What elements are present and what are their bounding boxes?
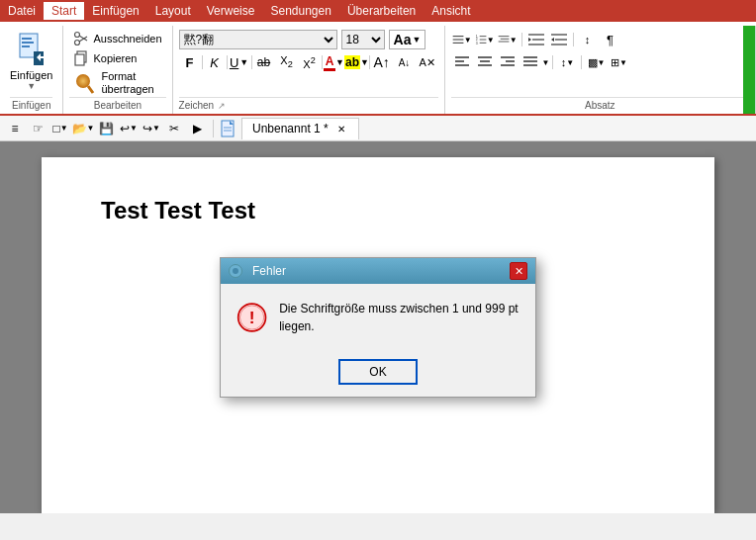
para-mark-button[interactable]: ¶	[600, 30, 621, 49]
dialog-body: ! Die Schriftgröße muss zwischen 1 und 9…	[221, 284, 535, 351]
underline-button[interactable]: U ▼	[229, 52, 250, 72]
dialog-overlay: Fehler ✕ ! Die Schriftgröße muss zwische…	[0, 141, 756, 513]
font-size-dropdown[interactable]: 18	[341, 30, 385, 49]
para-divider	[521, 33, 522, 46]
ok-button[interactable]: OK	[338, 359, 418, 385]
font-size-down-button[interactable]: A↓	[394, 52, 416, 72]
doc-file-icon	[221, 120, 236, 137]
green-bar	[743, 26, 755, 114]
svg-rect-2	[22, 42, 34, 44]
dialog-message: Die Schriftgröße muss zwischen 1 und 999…	[279, 300, 520, 335]
menu-ueberarbeiten[interactable]: Überarbeiten	[339, 2, 424, 20]
italic-button[interactable]: K	[204, 52, 226, 72]
menu-ansicht[interactable]: Ansicht	[424, 2, 478, 20]
menubar: Datei Start Einfügen Layout Verweise Sen…	[0, 0, 756, 22]
borders-button[interactable]: ⊞▼	[608, 52, 629, 72]
new-doc-button[interactable]: □▼	[49, 118, 71, 139]
menu-einfuegen[interactable]: Einfügen	[84, 2, 146, 20]
svg-rect-3	[22, 45, 30, 47]
cursor-button[interactable]: ☞	[27, 118, 48, 139]
einfuegen-button[interactable]: Einfügen ▼	[10, 26, 52, 97]
insert-icon	[16, 32, 47, 67]
highlight-button[interactable]: ab ▼	[346, 52, 368, 72]
font-color-button[interactable]: A ▼	[324, 52, 345, 72]
divider5	[369, 55, 370, 69]
undo-dropdown[interactable]: ↩▼	[118, 118, 140, 139]
menu-datei[interactable]: Datei	[0, 2, 44, 20]
numbered-list-button[interactable]: 1. 2. 3. ▼	[474, 30, 496, 49]
zeichen-expand-icon[interactable]: ↗	[218, 101, 226, 111]
align-left-icon	[454, 55, 470, 69]
format-uebertragen-button[interactable]: Formatübertragen	[69, 69, 165, 97]
menu-sendungen[interactable]: Sendungen	[262, 2, 338, 20]
multilevel-list-button[interactable]: ▼	[497, 30, 519, 49]
redo-dropdown[interactable]: ↪▼	[141, 118, 162, 139]
scissors-icon	[73, 31, 89, 46]
align-left-button[interactable]	[451, 52, 473, 72]
copy-icon	[73, 50, 89, 66]
dialog-titlebar: Fehler ✕	[221, 258, 535, 284]
doc-tab[interactable]: Unbenannt 1 * ✕	[241, 118, 359, 139]
multilevel-icon	[498, 31, 510, 48]
dialog-footer: OK	[221, 351, 535, 397]
save-button[interactable]: 💾	[95, 118, 117, 139]
kopieren-label: Kopieren	[93, 52, 137, 64]
align-right-icon	[500, 55, 516, 69]
menu-verweise[interactable]: Verweise	[199, 2, 263, 20]
kopieren-button[interactable]: Kopieren	[69, 49, 165, 67]
subscript-button[interactable]: X2	[276, 52, 298, 72]
einfuegen-label: Einfügen	[10, 69, 52, 81]
bullets-button[interactable]: ▼	[451, 30, 473, 49]
open-button[interactable]: 📂▼	[72, 118, 94, 139]
svg-text:!: !	[249, 308, 255, 327]
align-center-button[interactable]	[474, 52, 496, 72]
para-divider2	[573, 33, 574, 46]
shading-button[interactable]: ▩▼	[585, 52, 607, 72]
svg-line-13	[88, 86, 93, 93]
align-dropdown-arrow[interactable]: ▼	[542, 58, 550, 67]
svg-rect-11	[75, 54, 84, 65]
einfuegen-group: Einfügen ▼ Einfügen	[0, 26, 63, 114]
einfuegen-group-label: Einfügen	[10, 97, 52, 114]
superscript-button[interactable]: X2	[299, 52, 321, 72]
quickbar-divider	[213, 120, 214, 137]
justify-icon	[522, 55, 538, 69]
increase-indent-button[interactable]	[548, 30, 570, 49]
dialog-title-text: Fehler	[252, 264, 504, 278]
sort-button[interactable]: ↕	[577, 30, 599, 49]
para-divider3	[552, 55, 553, 69]
more-button[interactable]: ▶	[186, 118, 208, 139]
para-divider4	[581, 55, 582, 69]
zeichen-group-label: Zeichen	[179, 100, 215, 111]
line-spacing-button[interactable]: ↕▼	[556, 52, 578, 72]
justify-button[interactable]	[520, 52, 541, 72]
font-aa-button[interactable]: Aa ▼	[389, 30, 426, 49]
decrease-indent-icon	[527, 32, 545, 47]
bold-button[interactable]: F	[179, 52, 201, 72]
menu-layout[interactable]: Layout	[147, 2, 199, 20]
cursor2-button[interactable]: ✂	[163, 118, 185, 139]
menu-start[interactable]: Start	[44, 2, 84, 20]
dialog-close-button[interactable]: ✕	[510, 262, 527, 280]
bearbeiten-group: Ausschneiden Kopieren Fo	[63, 26, 172, 114]
font-name-dropdown[interactable]: 黙?翻	[179, 30, 337, 49]
numbered-list-icon: 1. 2. 3.	[475, 31, 487, 48]
font-size-up-button[interactable]: A↑	[371, 52, 393, 72]
svg-rect-1	[22, 38, 32, 40]
divider	[202, 55, 203, 69]
decrease-indent-button[interactable]	[525, 30, 547, 49]
hamburger-button[interactable]: ≡	[4, 118, 26, 139]
format-uebertragen-icon	[73, 71, 97, 95]
divider2	[227, 55, 228, 69]
align-right-button[interactable]	[497, 52, 519, 72]
clear-format-button[interactable]: A✕	[417, 52, 438, 72]
bullets-icon	[452, 31, 464, 48]
ausschneiden-button[interactable]: Ausschneiden	[69, 30, 165, 47]
svg-point-7	[75, 41, 80, 45]
svg-marker-29	[528, 38, 531, 42]
svg-point-12	[76, 74, 90, 88]
doc-tab-close[interactable]: ✕	[334, 122, 348, 135]
absatz-group-label: Absatz	[451, 97, 749, 114]
strikethrough-button[interactable]: ab	[253, 52, 275, 72]
svg-line-9	[79, 37, 87, 42]
